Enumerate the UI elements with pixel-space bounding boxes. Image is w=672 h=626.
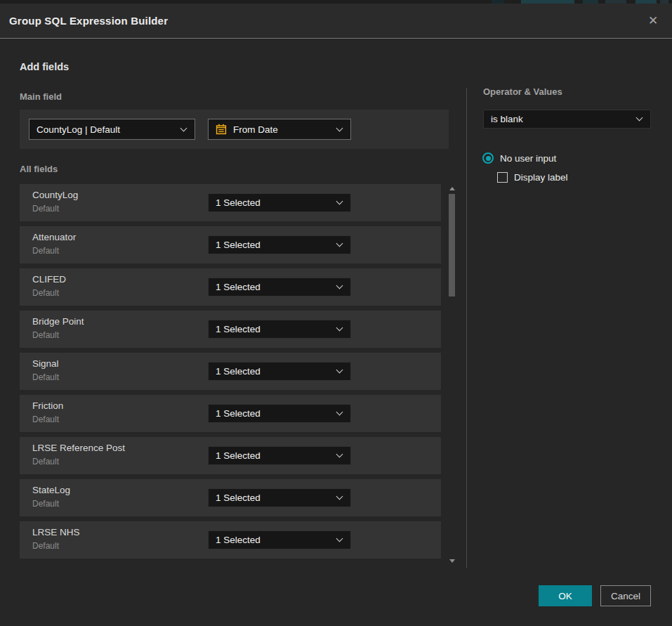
chevron-down-icon [336, 325, 343, 332]
group-sql-expression-builder-dialog: Group SQL Expression Builder ✕ Add field… [0, 0, 672, 626]
dialog-titlebar: Group SQL Expression Builder ✕ [0, 4, 672, 39]
field-name: CountyLog [32, 190, 78, 200]
display-label-checkbox[interactable]: Display label [497, 172, 568, 183]
ok-button[interactable]: OK [539, 585, 592, 606]
scrollbar-down-arrow[interactable] [449, 559, 455, 563]
field-row-attenuator: Attenuator Default 1 Selected [20, 226, 441, 263]
field-selection-dropdown[interactable]: 1 Selected [208, 530, 351, 549]
field-row-lrse-reference-post: LRSE Reference Post Default 1 Selected [20, 437, 441, 474]
field-name: Friction [32, 400, 63, 411]
main-field-label: Main field [20, 91, 62, 102]
main-field-source-dropdown[interactable]: CountyLog | Default [29, 119, 195, 140]
field-name: LRSE NHS [32, 527, 80, 537]
field-name: CLIFED [32, 274, 66, 285]
field-row-statelog: StateLog Default 1 Selected [20, 479, 441, 516]
operator-value: is blank [484, 114, 637, 124]
field-selection-dropdown[interactable]: 1 Selected [208, 404, 351, 423]
radio-selected-icon [482, 152, 494, 164]
field-subtitle: Default [32, 246, 59, 256]
field-name: StateLog [32, 485, 70, 495]
selection-value: 1 Selected [209, 450, 337, 461]
selection-value: 1 Selected [209, 535, 337, 545]
selection-value: 1 Selected [209, 324, 337, 334]
field-subtitle: Default [32, 288, 59, 298]
field-row-clifed: CLIFED Default 1 Selected [20, 268, 441, 306]
main-field-panel: CountyLog | Default From Date [20, 110, 449, 149]
main-field-source-value: CountyLog | Default [29, 124, 181, 135]
field-name: Signal [32, 358, 59, 369]
selection-value: 1 Selected [209, 240, 337, 250]
selection-value: 1 Selected [209, 366, 337, 377]
field-name: Attenuator [32, 232, 76, 242]
selection-value: 1 Selected [209, 197, 337, 208]
field-subtitle: Default [32, 415, 59, 424]
no-user-input-radio[interactable]: No user input [482, 152, 556, 164]
field-name: LRSE Reference Post [32, 443, 125, 453]
field-name: Bridge Point [32, 316, 84, 327]
add-fields-heading: Add fields [20, 61, 69, 72]
field-row-bridge-point: Bridge Point Default 1 Selected [20, 311, 441, 348]
vertical-divider [466, 88, 467, 568]
field-subtitle: Default [32, 372, 59, 382]
field-subtitle: Default [32, 204, 59, 214]
chevron-down-icon [336, 240, 343, 247]
chevron-down-icon [336, 409, 343, 416]
cancel-button[interactable]: Cancel [600, 585, 651, 606]
field-selection-dropdown[interactable]: 1 Selected [208, 193, 351, 212]
field-selection-dropdown[interactable]: 1 Selected [208, 362, 351, 381]
radio-dot [486, 156, 491, 161]
operator-dropdown[interactable]: is blank [483, 110, 651, 129]
field-subtitle: Default [32, 457, 59, 467]
field-row-friction: Friction Default 1 Selected [20, 395, 441, 432]
field-row-signal: Signal Default 1 Selected [20, 353, 441, 390]
main-field-date-dropdown[interactable]: From Date [208, 119, 351, 140]
field-subtitle: Default [32, 541, 59, 551]
selection-value: 1 Selected [209, 408, 337, 419]
chevron-down-icon [336, 124, 343, 131]
close-icon[interactable]: ✕ [644, 12, 662, 30]
all-fields-label: All fields [20, 164, 58, 174]
field-selection-dropdown[interactable]: 1 Selected [208, 446, 351, 465]
field-selection-dropdown[interactable]: 1 Selected [208, 235, 351, 254]
field-selection-dropdown[interactable]: 1 Selected [208, 488, 351, 507]
chevron-down-icon [336, 451, 343, 458]
chevron-down-icon [336, 198, 343, 205]
checkbox-label: Display label [514, 172, 568, 183]
chevron-down-icon [336, 282, 343, 289]
chevron-down-icon [336, 535, 343, 542]
field-selection-dropdown[interactable]: 1 Selected [208, 278, 351, 296]
checkbox-unchecked-icon [497, 172, 508, 183]
scrollbar-up-arrow[interactable] [449, 187, 455, 190]
radio-label: No user input [500, 153, 556, 164]
chevron-down-icon [336, 493, 343, 500]
main-field-date-value: From Date [227, 124, 337, 135]
operator-values-label: Operator & Values [483, 86, 562, 97]
field-selection-dropdown[interactable]: 1 Selected [208, 320, 351, 339]
chevron-down-icon [636, 115, 643, 122]
selection-value: 1 Selected [209, 493, 337, 503]
scrollbar-thumb[interactable] [449, 194, 455, 296]
dialog-title: Group SQL Expression Builder [9, 4, 168, 38]
field-subtitle: Default [32, 499, 59, 509]
field-row-lrse-nhs: LRSE NHS Default 1 Selected [20, 521, 441, 559]
selection-value: 1 Selected [209, 282, 337, 292]
calendar-date-icon [216, 124, 227, 135]
field-row-countylog: CountyLog Default 1 Selected [20, 184, 441, 221]
field-subtitle: Default [32, 330, 59, 340]
chevron-down-icon [336, 367, 343, 374]
chevron-down-icon [180, 124, 187, 131]
